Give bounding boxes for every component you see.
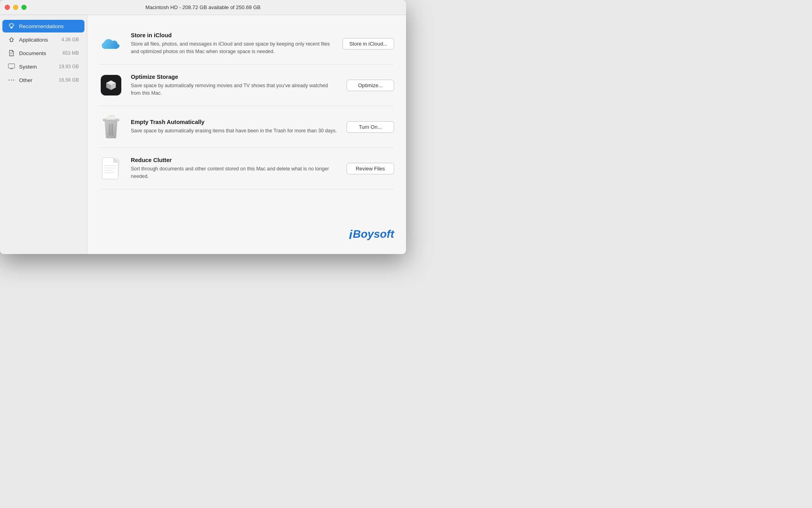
sidebar-documents-label: Documents (19, 50, 59, 56)
svg-point-8 (13, 80, 15, 81)
svg-rect-15 (107, 115, 115, 119)
sidebar-other-label: Other (19, 77, 55, 83)
doc-icon-wrap (99, 157, 123, 180)
clutter-recommendation: Reduce Clutter Sort through documents an… (99, 148, 394, 189)
icloud-content: Store in iCloud Store all files, photos,… (131, 32, 335, 55)
review-files-button[interactable]: Review Files (347, 163, 394, 174)
sidebar-documents-size: 653 MB (63, 50, 79, 56)
icloud-icon-wrap (99, 32, 123, 55)
svg-point-0 (10, 24, 13, 27)
lightbulb-icon (8, 23, 15, 30)
sidebar-item-other[interactable]: Other 16.56 GB (2, 74, 84, 86)
optimize-recommendation: Optimize Storage Save space by automatic… (99, 65, 394, 106)
window-title: Macintosh HD - 208.72 GB available of 25… (146, 4, 261, 10)
sidebar-applications-label: Applications (19, 37, 57, 43)
icloud-button[interactable]: Store in iCloud... (343, 38, 394, 50)
sidebar-item-documents[interactable]: Documents 653 MB (2, 47, 84, 59)
icloud-title: Store in iCloud (131, 32, 335, 38)
document-icon (8, 50, 15, 57)
clutter-content: Reduce Clutter Sort through documents an… (131, 157, 339, 180)
icloud-desc: Store all files, photos, and messages in… (131, 40, 335, 55)
trash-content: Empty Trash Automatically Save space by … (131, 119, 339, 135)
sidebar-applications-size: 4.36 GB (61, 37, 79, 42)
optimize-content: Optimize Storage Save space by automatic… (131, 74, 339, 97)
optimize-title: Optimize Storage (131, 74, 339, 80)
dots-icon (8, 76, 15, 84)
sidebar: Recommendations Applications 4.36 GB (0, 15, 87, 254)
appletv-icon (101, 75, 121, 95)
traffic-lights (5, 5, 27, 10)
applications-icon (8, 36, 15, 43)
trash-icon (101, 115, 121, 139)
sidebar-recommendations-label: Recommendations (19, 23, 79, 29)
sidebar-item-system[interactable]: System 19.93 GB (2, 60, 84, 73)
main-layout: Recommendations Applications 4.36 GB (0, 15, 406, 254)
reduce-clutter-icon (102, 157, 121, 180)
optimize-desc: Save space by automatically removing mov… (131, 82, 339, 97)
svg-point-7 (11, 80, 12, 81)
trash-title: Empty Trash Automatically (131, 119, 339, 125)
sidebar-item-recommendations[interactable]: Recommendations (2, 20, 84, 32)
svg-rect-3 (8, 64, 15, 68)
trash-icon-wrap (99, 115, 123, 139)
optimize-button[interactable]: Optimize... (347, 80, 394, 91)
close-button[interactable] (5, 5, 10, 10)
turn-on-button[interactable]: Turn On... (347, 121, 394, 133)
titlebar: Macintosh HD - 208.72 GB available of 25… (0, 0, 406, 15)
computer-icon (8, 63, 15, 70)
trash-desc: Save space by automatically erasing item… (131, 127, 339, 135)
svg-point-6 (9, 80, 10, 81)
watermark-area: iBoysoft (99, 220, 394, 246)
trash-recommendation: Empty Trash Automatically Save space by … (99, 106, 394, 148)
sidebar-item-applications[interactable]: Applications 4.36 GB (2, 33, 84, 46)
sidebar-other-size: 16.56 GB (59, 77, 79, 83)
iboysoft-logo: iBoysoft (349, 227, 394, 242)
icloud-recommendation: Store in iCloud Store all files, photos,… (99, 23, 394, 65)
sidebar-system-label: System (19, 64, 55, 70)
sidebar-system-size: 19.93 GB (59, 64, 79, 69)
appletv-icon-wrap (99, 73, 123, 97)
right-panel: Store in iCloud Store all files, photos,… (87, 15, 406, 254)
icloud-icon (100, 35, 122, 52)
minimize-button[interactable] (13, 5, 18, 10)
clutter-desc: Sort through documents and other content… (131, 165, 339, 180)
clutter-title: Reduce Clutter (131, 157, 339, 163)
maximize-button[interactable] (21, 5, 27, 10)
